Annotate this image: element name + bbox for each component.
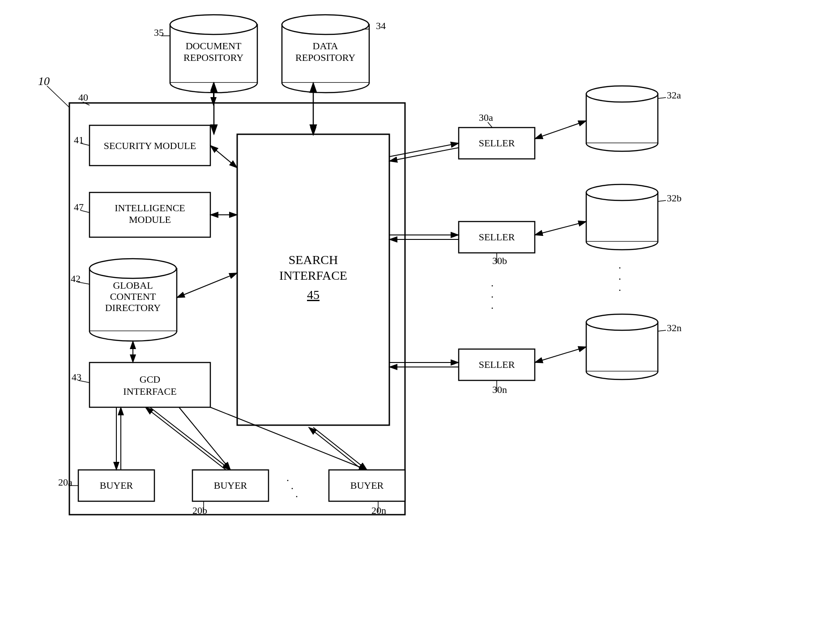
buyer-a-ref: 20a: [58, 477, 72, 488]
buyer-dots2: .: [291, 480, 294, 491]
svg-line-61: [535, 347, 586, 363]
gcd-label2: CONTENT: [110, 291, 156, 302]
intelligence-label2: MODULE: [129, 214, 171, 225]
seller-dots2: .: [491, 288, 494, 300]
search-interface-ref: 45: [307, 288, 320, 302]
buyer-a-label: BUYER: [100, 480, 133, 491]
svg-point-30: [586, 86, 658, 102]
seller-b-label: SELLER: [479, 231, 515, 243]
diagram: DOCUMENT REPOSITORY 35 DATA REPOSITORY 3…: [0, 0, 827, 644]
svg-point-8: [282, 15, 369, 34]
seller-dots1: .: [491, 277, 494, 289]
gcd-interface-label1: GCD: [140, 374, 160, 385]
buyer-dots3: .: [295, 488, 298, 499]
svg-line-31: [658, 98, 666, 98]
search-interface-label2: INTERFACE: [279, 269, 347, 282]
seller-n-ref: 30n: [492, 384, 507, 395]
gcd-interface-label2: INTERFACE: [123, 386, 176, 397]
seller-a-ref: 30a: [479, 112, 493, 123]
doc-repo-label2: REPOSITORY: [183, 52, 243, 63]
search-interface-label1: SEARCH: [289, 253, 338, 267]
seller-b-ref: 30b: [492, 255, 507, 266]
db-dots2: .: [618, 270, 621, 282]
seller-n-label: SELLER: [479, 359, 515, 370]
doc-repo-ref: 35: [154, 27, 164, 38]
buyer-dots1: .: [286, 472, 289, 483]
svg-point-36: [586, 314, 658, 330]
db-dots1: .: [618, 259, 621, 271]
data-repo-ref: 34: [376, 20, 386, 31]
svg-point-18: [90, 259, 176, 278]
svg-line-59: [535, 121, 586, 139]
buyer-n-label: BUYER: [350, 480, 384, 491]
db-b-ref: 32b: [667, 192, 682, 204]
db-a-ref: 32a: [667, 90, 681, 101]
svg-point-33: [586, 184, 658, 200]
data-repo-label1: DATA: [313, 40, 338, 51]
db-dots3: .: [618, 281, 621, 293]
doc-repo-label1: DOCUMENT: [186, 40, 242, 51]
data-repo-label2: REPOSITORY: [295, 52, 355, 63]
svg-line-34: [658, 200, 666, 201]
svg-line-12: [47, 86, 69, 107]
gcd-label3: DIRECTORY: [105, 302, 161, 313]
buyer-b-ref: 20b: [192, 505, 207, 516]
svg-line-60: [535, 222, 586, 235]
buyer-b-label: BUYER: [214, 480, 247, 491]
security-module-label: SECURITY MODULE: [104, 140, 196, 151]
seller-a-label: SELLER: [479, 137, 515, 149]
svg-rect-20: [90, 363, 210, 407]
main-box-ref: 40: [78, 92, 88, 103]
db-n-ref: 32n: [667, 322, 682, 333]
svg-line-37: [658, 330, 666, 331]
svg-point-5: [170, 15, 257, 34]
gcd-label1: GLOBAL: [113, 280, 153, 291]
main-ref-10: 10: [38, 75, 50, 88]
intelligence-label1: INTELLIGENCE: [115, 202, 185, 213]
seller-dots3: .: [491, 299, 494, 311]
buyer-n-ref: 20n: [371, 505, 386, 516]
